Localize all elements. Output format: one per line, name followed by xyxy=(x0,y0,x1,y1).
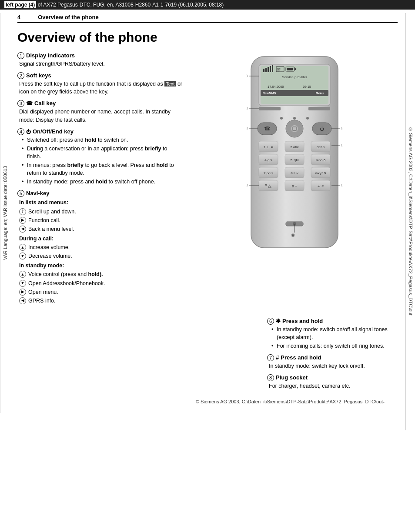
navi-vol-down: ▼ Decrease volume. xyxy=(19,252,183,260)
circle-5: 5 xyxy=(17,190,24,197)
svg-rect-7 xyxy=(272,65,273,72)
section-4-body: Switched off: press and hold to switch o… xyxy=(19,136,183,186)
bullet-4: In standby mode: press and hold to switc… xyxy=(22,178,183,186)
bottom-right: 6 ✱ Press and hold In standby mode: swit… xyxy=(267,318,398,395)
call-icon: ☎ xyxy=(26,100,33,106)
section-1-label: Display indicators xyxy=(26,52,75,59)
navi-vol-down-label: Decrease volume. xyxy=(28,252,72,260)
navi-menu-icon: ▶ xyxy=(19,289,26,296)
bullet-2: During a conversation or in an applicati… xyxy=(22,145,183,160)
svg-point-28 xyxy=(291,125,298,132)
svg-rect-3 xyxy=(263,69,264,72)
phone-svg: GP! RS! Service provider 17.04.2005 09:1… xyxy=(247,52,342,252)
section-5-label: Navi-key xyxy=(26,190,49,196)
left-column: 1 Display indicators Signal strength/GPR… xyxy=(17,52,191,309)
svg-text:5 ∘jkl: 5 ∘jkl xyxy=(290,158,298,162)
navi-addressbook-icon: ▼ xyxy=(19,280,26,287)
bullet-3: In menus: press briefly to go back a lev… xyxy=(22,161,183,177)
svg-rect-5 xyxy=(268,67,269,72)
section-navi-key: 5 Navi-key In lists and menus: ⇕ Scroll … xyxy=(17,190,183,305)
section-2-label: Soft keys xyxy=(26,72,51,79)
navi-lists-title: In lists and menus: xyxy=(19,199,183,206)
svg-text:7 pqrs: 7 pqrs xyxy=(264,171,273,175)
svg-point-22 xyxy=(280,117,283,120)
svg-text:①: ① xyxy=(247,73,248,78)
section-7-label: Press and hold xyxy=(281,354,321,361)
svg-rect-4 xyxy=(265,68,267,72)
section-3-title: 3 ☎ Call key xyxy=(17,100,183,107)
circle-3: 3 xyxy=(17,100,24,107)
navi-back-label: Back a menu level. xyxy=(28,225,74,233)
svg-text:↩ #: ↩ # xyxy=(318,184,324,188)
section-plug-socket: 8 Plug socket For charger, headset, came… xyxy=(267,374,398,390)
section-onoff-key: 4 ⏻ On/Off/End key Switched off: press a… xyxy=(17,128,183,186)
circle-8: 8 xyxy=(267,374,274,381)
section-6-label: Press and hold xyxy=(282,318,323,324)
section-7-body: In standby mode: switch key lock on/off. xyxy=(269,362,398,370)
page-highlight: left page (4) xyxy=(4,1,36,8)
svg-point-23 xyxy=(293,117,296,120)
section-2-title: 2 Soft keys xyxy=(17,72,183,79)
svg-text:⑤: ⑤ xyxy=(341,143,342,148)
circle-6: 6 xyxy=(267,318,274,325)
navi-addressbook-label: Open Addressbook/Phonebook. xyxy=(28,279,105,287)
bottom-left xyxy=(17,318,254,395)
content-columns: 1 Display indicators Signal strength/GPR… xyxy=(17,52,398,309)
svg-rect-13 xyxy=(287,68,293,70)
section-display-indicators: 1 Display indicators Signal strength/GPR… xyxy=(17,52,183,68)
navi-gprs-icon: ◀ xyxy=(19,297,26,304)
section-7-title: 7 # Press and hold xyxy=(267,354,398,361)
onoff-bullet-list: Switched off: press and hold to switch o… xyxy=(22,136,183,186)
navi-function-label: Function call. xyxy=(28,216,60,224)
circle-2: 2 xyxy=(17,72,24,79)
svg-text:def 3: def 3 xyxy=(317,145,325,149)
svg-text:⏻: ⏻ xyxy=(320,126,324,131)
page-number: 4 xyxy=(17,14,20,20)
navi-addressbook: ▼ Open Addressbook/Phonebook. xyxy=(19,279,183,287)
navi-vol-up: ▲ Increase volume. xyxy=(19,243,183,251)
bullet-1: Switched off: press and hold to switch o… xyxy=(22,136,183,144)
copyright: © Siemens AG 2003, C:\Daten_it\Siemens\D… xyxy=(17,399,398,404)
section-4-title: 4 ⏻ On/Off/End key xyxy=(17,128,183,135)
navi-gprs: ◀ GPRS info. xyxy=(19,297,183,305)
svg-point-24 xyxy=(306,117,309,120)
navi-menu: ▶ Open menu. xyxy=(19,288,183,296)
right-column: GP! RS! Service provider 17.04.2005 09:1… xyxy=(191,52,398,309)
svg-text:⑥: ⑥ xyxy=(247,183,248,188)
section-hash-key: 7 # Press and hold In standby mode: swit… xyxy=(267,354,398,370)
navi-right-icon: ▶ xyxy=(19,217,26,224)
bottom-sections: 6 ✱ Press and hold In standby mode: swit… xyxy=(17,318,398,395)
navi-standby-title: In standby mode: xyxy=(19,262,183,269)
star-icon: ✱ xyxy=(276,318,281,324)
circle-1: 1 xyxy=(17,52,24,59)
text-highlight: Text xyxy=(164,81,176,86)
section-5-title: 5 Navi-key xyxy=(17,190,183,197)
svg-rect-6 xyxy=(270,66,271,72)
section-3-label: Call key xyxy=(34,100,56,106)
side-label-right: © Siemens AG 2003, C:\Daten_it\Siemens\D… xyxy=(405,13,415,430)
svg-text:4 ghi: 4 ghi xyxy=(264,158,272,162)
svg-rect-12 xyxy=(295,68,296,70)
navi-voice: ▲ Voice control (press and hold). xyxy=(19,270,183,278)
svg-text:* △: * △ xyxy=(265,183,272,188)
svg-rect-21 xyxy=(308,107,330,110)
section-8-label: Plug socket xyxy=(276,374,308,381)
navi-up-icon: ▲ xyxy=(19,244,26,251)
page-header: 4 Overview of the phone xyxy=(17,14,398,23)
section-call-key: 3 ☎ Call key Dial displayed phone number… xyxy=(17,100,183,123)
top-bar: left page (4) of AX72 Pegasus-DTC, FUG, … xyxy=(0,0,415,10)
section-3-body: Dial displayed phone number or name, acc… xyxy=(19,108,183,123)
svg-text:wxyz 9: wxyz 9 xyxy=(315,171,326,175)
star-bullet-2: For incoming calls: only switch off ring… xyxy=(271,342,398,350)
page-title-header: Overview of the phone xyxy=(38,14,98,20)
svg-text:NewMMS: NewMMS xyxy=(263,92,276,95)
section-1-body: Signal strength/GPRS/battery level. xyxy=(19,60,183,68)
phone-container: GP! RS! Service provider 17.04.2005 09:1… xyxy=(247,52,342,253)
section-4-label: On/Off/End key xyxy=(33,128,74,135)
svg-text:1 ∟ ∞: 1 ∟ ∞ xyxy=(264,145,274,149)
svg-text:RS!: RS! xyxy=(277,70,280,72)
navi-voice-label: Voice control (press and hold). xyxy=(28,270,103,278)
svg-text:Service provider: Service provider xyxy=(282,75,307,79)
section-1-title: 1 Display indicators xyxy=(17,52,183,59)
svg-text:⑦: ⑦ xyxy=(341,183,342,188)
